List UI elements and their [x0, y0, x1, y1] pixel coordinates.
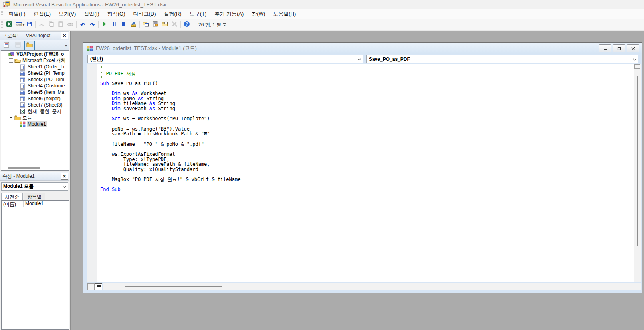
tree-expander[interactable] [9, 116, 13, 120]
menu-item[interactable]: 편집(E) [30, 9, 55, 19]
tree-item[interactable]: Sheet2 (PI_Temp [1, 70, 69, 76]
code-line [100, 182, 240, 187]
code-line: Sub Save_PO_as_PDF() [100, 81, 240, 86]
tree-item[interactable]: Sheet5 (Item_Ma [1, 89, 69, 95]
menu-item[interactable]: 보기(V) [55, 9, 80, 19]
menubar-grip[interactable] [1, 11, 3, 18]
menu-item[interactable]: 실행(R) [160, 9, 186, 19]
save-button[interactable] [24, 20, 34, 30]
close-icon[interactable] [627, 44, 639, 52]
project-tree-hscrollbar[interactable] [3, 167, 67, 169]
tree-item[interactable]: 현재_통합_문서 [1, 108, 69, 115]
insert-userform-button[interactable] [14, 20, 24, 30]
break-button[interactable] [109, 20, 119, 30]
find-button[interactable] [65, 20, 75, 30]
tree-item[interactable]: Sheet7 (Sheet3) [1, 102, 69, 108]
code-window-titlebar[interactable]: FW26_orderlist_TEST.xlsx - Module1 (코드) [83, 43, 642, 54]
tree-item-label: 현재_통합_문서 [27, 108, 62, 115]
hscrollbar-thumb[interactable] [125, 286, 222, 287]
project-icon [8, 51, 14, 57]
full-module-view-button[interactable] [95, 283, 102, 290]
code-window-bottom-bar [87, 282, 641, 290]
properties-panel: 속성 - Module1 ✕ Module1 모듈 사전순항목별 (이름)Mod… [0, 172, 69, 201]
window-title: Microsoft Visual Basic for Applications … [13, 2, 166, 8]
menu-item[interactable]: 도구(T) [186, 9, 211, 19]
tree-item[interactable]: VBAProject (FW26_o [1, 51, 69, 57]
userform-icon [16, 21, 22, 29]
menu-item[interactable]: 도움말(H) [269, 9, 300, 19]
menu-item[interactable]: 디버그(D) [129, 9, 160, 19]
copy-button[interactable] [46, 20, 56, 30]
view-object-button[interactable] [13, 41, 23, 50]
tree-item[interactable]: 모듈 [1, 115, 69, 121]
undo-icon: ↶ [80, 21, 85, 28]
object-browser-button[interactable] [160, 20, 170, 30]
code-line: Quality:=xlQualityStandard [100, 167, 240, 172]
tree-expander[interactable] [3, 52, 7, 56]
tree-expander[interactable] [9, 58, 13, 63]
vscrollbar-thumb[interactable] [637, 76, 638, 246]
toolbar-grip[interactable] [1, 21, 3, 29]
menu-item[interactable]: 창(W) [248, 9, 269, 19]
properties-panel-title: 속성 - Module1 [2, 173, 35, 180]
undo-button[interactable]: ↶ [78, 20, 87, 30]
cut-button[interactable]: ✂ [37, 20, 46, 30]
run-button[interactable] [100, 20, 109, 30]
properties-panel-close-button[interactable]: ✕ [61, 173, 68, 180]
find-icon [67, 21, 73, 29]
minimize-button[interactable] [599, 44, 611, 52]
tree-item[interactable]: Sheet3 (PO_Tem [1, 76, 69, 83]
toggle-folders-button[interactable] [24, 41, 35, 50]
view-object-icon [15, 42, 21, 50]
design-mode-button[interactable] [129, 20, 138, 30]
tree-item-label: Sheet7 (Sheet3) [27, 102, 63, 108]
procedure-view-button[interactable] [87, 283, 95, 290]
properties-object-selector[interactable]: Module1 모듈 [1, 182, 68, 191]
split-box[interactable] [634, 64, 640, 69]
tab-inactive[interactable]: 항목별 [24, 193, 45, 201]
tree-item[interactable]: Sheet6 (helper) [1, 95, 69, 102]
project-explorer-button[interactable] [141, 20, 151, 30]
menu-item[interactable]: 추가 기능(A) [210, 9, 248, 19]
code-editor[interactable]: '==============================' PO PDF … [87, 64, 634, 282]
project-toolbar-overflow-button[interactable]: ▾ [63, 42, 69, 49]
paste-button[interactable] [56, 20, 65, 30]
code-window-title: FW26_orderlist_TEST.xlsx - Module1 (코드) [96, 45, 197, 52]
help-button[interactable]: ? [182, 20, 192, 30]
procedure-dropdown[interactable]: Save_PO_as_PDF [366, 55, 638, 63]
restore-button[interactable] [613, 44, 625, 52]
menu-item[interactable]: 형식(O) [103, 9, 129, 19]
tree-item-label: 모듈 [22, 115, 33, 121]
properties-grid: (이름)Module1 [1, 200, 69, 330]
menu-item[interactable]: 파일(F) [4, 9, 30, 19]
toolbar-separator [139, 21, 140, 28]
worksheet-icon [20, 83, 26, 89]
toolbox-button[interactable] [170, 20, 179, 30]
chevron-down-icon [633, 56, 636, 62]
worksheet-icon [20, 64, 26, 70]
redo-button[interactable]: ↷ [87, 20, 97, 30]
code-vscrollbar[interactable] [634, 64, 641, 282]
properties-window-button[interactable] [151, 20, 160, 30]
tab-active[interactable]: 사전순 [1, 193, 23, 201]
view-excel-button[interactable] [4, 20, 14, 30]
object-dropdown[interactable]: (일반) [87, 55, 363, 63]
toolbar-overflow-button[interactable]: ▾ [221, 22, 228, 28]
help-icon: ? [184, 21, 190, 29]
reset-button[interactable] [119, 20, 129, 30]
breakpoint-margin[interactable] [87, 64, 97, 282]
view-code-button[interactable] [1, 41, 12, 50]
property-value[interactable]: Module1 [23, 201, 69, 207]
tree-item[interactable]: Sheet1 (Order_Li [1, 64, 69, 70]
project-panel-close-button[interactable]: ✕ [61, 32, 68, 39]
project-tree[interactable]: VBAProject (FW26_oMicrosoft Excel 개체Shee… [1, 50, 69, 171]
code-line: End Sub [100, 187, 240, 192]
code-hscrollbar[interactable] [103, 283, 641, 290]
tree-item[interactable]: Module1 [1, 121, 69, 127]
tree-item[interactable]: Microsoft Excel 개체 [1, 57, 69, 64]
tree-item-label: Sheet5 (Item_Ma [27, 89, 65, 95]
cursor-position-indicator: 26 행, 1 열 [198, 22, 221, 28]
tree-item[interactable]: Sheet4 (Custome [1, 83, 69, 89]
tree-item-label: Sheet2 (PI_Temp [27, 70, 65, 76]
menu-item[interactable]: 삽입(I) [80, 9, 103, 19]
